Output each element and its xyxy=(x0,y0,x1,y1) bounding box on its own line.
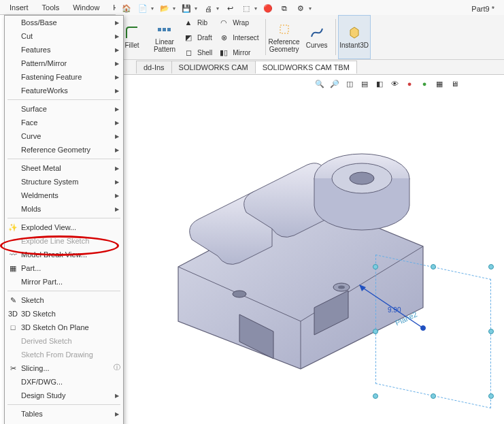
menu-item-derived-sketch: Derived Sketch xyxy=(5,334,123,348)
document-title: Part9 * xyxy=(471,5,494,13)
menu-item-label: Sketch xyxy=(21,296,44,304)
rebuild-icon[interactable]: 🔴 xyxy=(261,1,275,16)
menu-insert[interactable]: Insert xyxy=(3,2,35,13)
menu-item-surface[interactable]: Surface▶ xyxy=(5,102,123,116)
menu-item-label: Fastening Feature xyxy=(21,73,82,81)
menu-item-slicing[interactable]: ✂Slicing...ⓘ xyxy=(5,361,123,375)
submenu-arrow-icon: ▶ xyxy=(115,193,119,199)
graphics-viewport[interactable]: 🔍 🔎 ◫ ▤ ◧ 👁 ● ● ▦ 🖥 xyxy=(131,90,501,421)
menu-item-cut[interactable]: Cut▶ xyxy=(5,29,123,43)
plane-handle[interactable] xyxy=(431,393,436,399)
instant3d-button[interactable]: Instant3D xyxy=(338,15,371,59)
menu-item-boss-base[interactable]: Boss/Base▶ xyxy=(5,16,123,29)
menu-item-sketch-from-drawing: Sketch From Drawing xyxy=(5,348,123,361)
menu-item-reference-geometry[interactable]: Reference Geometry▶ xyxy=(5,143,123,157)
plane-handle[interactable] xyxy=(488,393,494,399)
select-icon[interactable]: ⬚ xyxy=(239,1,254,16)
chevron-down-icon[interactable]: ▾ xyxy=(309,5,314,12)
menu-item-pattern-mirror[interactable]: Pattern/Mirror▶ xyxy=(5,56,123,70)
menu-item-dxf-dwg[interactable]: DXF/DWG... xyxy=(5,375,123,389)
plane-handle[interactable] xyxy=(488,329,494,334)
plane-handle[interactable] xyxy=(373,393,378,399)
wrap-button[interactable]: ◠Wrap xyxy=(216,15,263,30)
intersect-button[interactable]: ⊗Intersect xyxy=(216,30,263,45)
chevron-down-icon[interactable]: ▾ xyxy=(173,5,178,12)
help-icon[interactable]: ⓘ xyxy=(114,363,120,372)
menu-item-features[interactable]: Features▶ xyxy=(5,43,123,56)
linear-pattern-button[interactable]: Linear Pattern xyxy=(148,15,181,59)
menu-item-explode-line-sketch: Explode Line Sketch xyxy=(5,234,123,248)
tab-addins[interactable]: dd-Ins xyxy=(136,61,172,74)
menu-item-label: Part... xyxy=(21,264,41,272)
insert-menu: Boss/Base▶Cut▶Features▶Pattern/Mirror▶Fa… xyxy=(4,15,124,424)
open-icon[interactable]: 📂 xyxy=(157,1,172,16)
menu-item-featureworks[interactable]: FeatureWorks▶ xyxy=(5,84,123,97)
draft-button[interactable]: ◩Draft xyxy=(181,30,216,45)
chevron-down-icon[interactable]: ▾ xyxy=(195,5,200,12)
mirror-button[interactable]: ▮▯Mirror xyxy=(216,45,263,60)
menu-item-sheet-metal[interactable]: Sheet Metal▶ xyxy=(5,161,123,175)
save-icon[interactable]: 💾 xyxy=(179,1,194,16)
render-icon[interactable]: ▦ xyxy=(433,78,446,90)
menu-item-label: Tables xyxy=(21,410,43,418)
section-icon[interactable]: ▤ xyxy=(358,78,371,90)
monitor-icon[interactable]: 🖥 xyxy=(448,78,460,90)
menu-separator xyxy=(7,99,120,100)
settings-icon[interactable]: ⚙ xyxy=(293,1,308,16)
break-icon: 〰 xyxy=(7,249,18,260)
menu-window[interactable]: Window xyxy=(66,2,106,13)
submenu-arrow-icon: ▶ xyxy=(115,133,119,140)
menu-item-3d-sketch[interactable]: 3D3D Sketch xyxy=(5,307,123,321)
menu-item-face[interactable]: Face▶ xyxy=(5,116,123,129)
menu-item-tables[interactable]: Tables▶ xyxy=(5,407,123,421)
shell-button[interactable]: ◻Shell xyxy=(181,45,216,60)
sk3d-icon: 3D xyxy=(7,308,18,319)
menu-tools[interactable]: Tools xyxy=(35,2,67,13)
menu-item-design-study[interactable]: Design Study▶ xyxy=(5,389,123,402)
home-icon[interactable]: 🏠 xyxy=(119,1,134,16)
submenu-arrow-icon: ▶ xyxy=(115,106,119,112)
plane-handle[interactable] xyxy=(373,264,378,270)
svg-point-9 xyxy=(338,286,345,289)
plane-handle[interactable] xyxy=(431,264,436,270)
menu-item-mirror-part[interactable]: Mirror Part... xyxy=(5,275,123,289)
chevron-down-icon[interactable]: ▾ xyxy=(254,5,260,12)
menu-item-exploded-view[interactable]: ✨Exploded View... xyxy=(5,221,123,234)
appearance-icon[interactable]: ● xyxy=(403,78,416,90)
new-icon[interactable]: 📄 xyxy=(135,1,150,16)
chevron-down-icon[interactable]: ▾ xyxy=(151,5,156,12)
menu-item-model-break-view[interactable]: 〰Model Break View... xyxy=(5,248,123,261)
svg-rect-2 xyxy=(167,28,171,31)
menu-item-label: Derived Sketch xyxy=(21,337,72,345)
menu-item-fastening-feature[interactable]: Fastening Feature▶ xyxy=(5,70,123,84)
undo-icon[interactable]: ↩ xyxy=(222,1,237,16)
menu-item-label: Design Study xyxy=(21,391,65,399)
plane-handle[interactable] xyxy=(488,264,494,270)
menu-item-weldments[interactable]: Weldments▶ xyxy=(5,189,123,202)
scene-icon[interactable]: ● xyxy=(418,78,431,90)
rib-button[interactable]: ▲Rib xyxy=(181,15,216,30)
display-style-icon[interactable]: ◧ xyxy=(373,78,386,90)
menu-item-structure-system[interactable]: Structure System▶ xyxy=(5,175,123,189)
tab-swcam[interactable]: SOLIDWORKS CAM xyxy=(171,61,256,74)
ref-geometry-button[interactable]: Reference Geometry xyxy=(268,15,301,59)
menu-item-3d-sketch-on-plane[interactable]: □3D Sketch On Plane xyxy=(5,321,123,334)
tab-swcam-tbm[interactable]: SOLIDWORKS CAM TBM xyxy=(255,61,357,74)
menu-item-curve[interactable]: Curve▶ xyxy=(5,129,123,143)
view-cube-icon[interactable]: ◫ xyxy=(343,78,356,90)
options-icon[interactable]: ⧉ xyxy=(277,1,292,16)
menu-item-annotations[interactable]: Annotations▶ xyxy=(5,421,123,424)
menu-separator xyxy=(7,291,120,291)
zoom-fit-icon[interactable]: 🔍 xyxy=(314,78,326,90)
submenu-arrow-icon: ▶ xyxy=(115,47,119,53)
submenu-arrow-icon: ▶ xyxy=(115,411,119,417)
hide-show-icon[interactable]: 👁 xyxy=(388,78,401,90)
menu-item-part[interactable]: ▦Part... xyxy=(5,261,123,275)
curves-button[interactable]: Curves xyxy=(301,15,333,59)
menu-item-molds[interactable]: Molds▶ xyxy=(5,202,123,216)
chevron-down-icon[interactable]: ▾ xyxy=(216,5,222,12)
print-icon[interactable]: 🖨 xyxy=(201,1,216,16)
zoom-area-icon[interactable]: 🔎 xyxy=(329,78,341,90)
menu-item-sketch[interactable]: ✎Sketch xyxy=(5,293,123,307)
menu-item-label: Sheet Metal xyxy=(21,164,61,172)
